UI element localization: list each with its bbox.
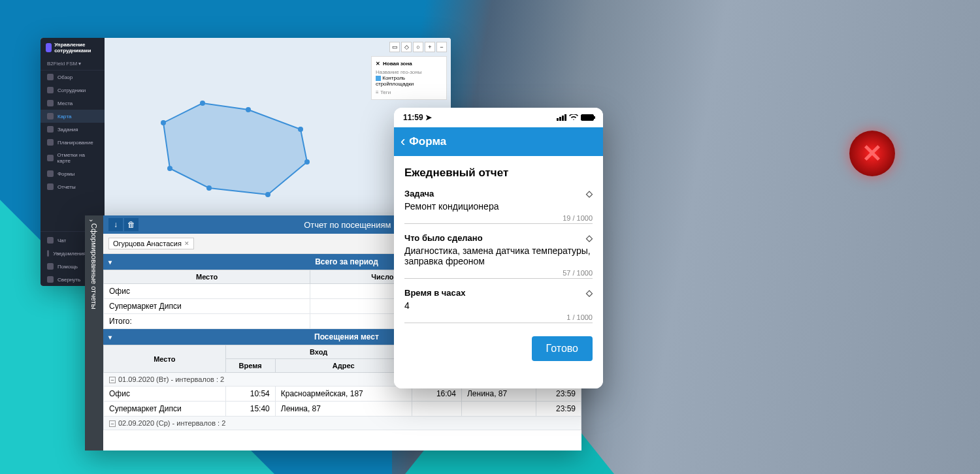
map-tool-btn[interactable]: + [425, 42, 435, 52]
reports-side-tab[interactable]: › Сформированные отчеты [85, 215, 103, 450]
org-name: B2Field FSM [47, 61, 77, 67]
char-counter: 57 / 1000 [404, 269, 593, 277]
status-bar: 11:59 ➤ [394, 108, 603, 127]
nav-places[interactable]: Места [41, 97, 105, 110]
phone-mockup: 11:59 ➤ ‹ Форма Ежедневный отчет Задача◇… [394, 108, 603, 388]
status-time: 11:59 ➤ [403, 113, 432, 122]
trash-icon: 🗑 [127, 220, 135, 229]
group-label: 02.09.2020 (Ср) - интервалов : 2 [118, 419, 225, 427]
nav-label: Помощь [57, 264, 78, 270]
zone-title-row: ✕Новая зона [376, 61, 442, 67]
field-value: 4 [404, 300, 593, 311]
col-time-in: Время [225, 359, 275, 373]
erase-icon[interactable]: ◇ [586, 288, 593, 298]
svg-marker-0 [163, 103, 307, 195]
map-controls: ▭ ◇ ○ + − [389, 42, 447, 52]
battery-icon [581, 114, 594, 121]
report-icon [47, 183, 54, 190]
submit-button[interactable]: Готово [532, 336, 593, 361]
erase-icon[interactable]: ◇ [586, 189, 593, 198]
char-counter: 19 / 1000 [404, 214, 593, 222]
nav-forms[interactable]: Формы [41, 167, 105, 180]
zone-tags-label[interactable]: ≡ Теги [376, 89, 442, 95]
close-icon[interactable]: ✕ [184, 240, 189, 247]
nav-label: Места [57, 101, 73, 106]
nav-label: Планирование [57, 140, 93, 146]
chevron-right-icon: › [88, 219, 95, 221]
chip-label: Огурцова Анастасия [113, 240, 182, 247]
zone-title: Новая зона [383, 61, 412, 67]
form-title: Ежедневный отчет [404, 166, 593, 180]
nav-overview[interactable]: Обзор [41, 71, 105, 84]
char-counter: 1 / 1000 [404, 313, 593, 321]
col-entry: Вход [225, 345, 412, 359]
form-field-task[interactable]: Задача◇ Ремонт кондиционера 19 / 1000 [404, 189, 593, 224]
download-button[interactable]: ↓ [108, 218, 123, 231]
collapse-icon [47, 276, 54, 283]
signal-icon [557, 114, 566, 121]
form-field-hours[interactable]: Время в часах◇ 4 1 / 1000 [404, 288, 593, 323]
map-icon [47, 113, 54, 119]
nav-label: Чат [57, 238, 66, 244]
date-group-row[interactable]: −02.09.2020 (Ср) - интервалов : 2 [104, 417, 581, 430]
collapse-icon[interactable]: − [109, 377, 116, 383]
bell-icon [47, 250, 49, 257]
svg-point-3 [246, 107, 251, 112]
download-icon: ↓ [114, 220, 118, 229]
chevron-down-icon: ▾ [108, 259, 112, 266]
back-button[interactable]: ‹ [400, 133, 405, 150]
chevron-down-icon: ▾ [108, 334, 112, 341]
form-card: Ежедневный отчет Задача◇ Ремонт кондицио… [394, 156, 603, 388]
field-value: Ремонт кондиционера [404, 201, 593, 212]
field-label: Что было сделано [404, 233, 483, 243]
nav-planning[interactable]: Планирование [41, 136, 105, 149]
nav-employees[interactable]: Сотрудники [41, 84, 105, 97]
erase-icon[interactable]: ◇ [586, 233, 593, 243]
status-icons [557, 114, 594, 121]
marker-icon [47, 155, 54, 161]
nav-reports[interactable]: Отчеты [41, 180, 105, 193]
nav-label: Обзор [57, 74, 73, 80]
nav-label: Сотрудники [57, 87, 86, 93]
zone-panel: ✕Новая зона Название гео-зоны Контроль с… [371, 56, 447, 100]
calendar-icon [47, 139, 54, 146]
side-tab-label: Сформированные отчеты [90, 223, 98, 309]
nav-tasks[interactable]: Задания [41, 123, 105, 136]
form-icon [47, 170, 54, 177]
map-tool-btn[interactable]: − [436, 42, 447, 52]
field-label: Время в часах [404, 288, 465, 298]
map-tool-btn[interactable]: ▭ [389, 42, 400, 52]
svg-point-6 [265, 192, 270, 197]
field-value: Диагностика, замена датчика температуры,… [404, 245, 593, 266]
map-tool-btn[interactable]: ○ [413, 42, 423, 52]
nav-label: Карта [57, 114, 71, 119]
app-logo-icon [46, 43, 52, 52]
nav-label: Отчеты [57, 184, 76, 190]
geofence-polygon[interactable] [150, 97, 320, 201]
collapse-icon[interactable]: − [109, 420, 116, 427]
employee-chip[interactable]: Огурцова Анастасия ✕ [108, 238, 194, 249]
nav-map[interactable]: Карта [41, 110, 105, 123]
org-selector[interactable]: B2Field FSM ▾ [41, 57, 105, 71]
col-addr: Адрес [275, 359, 412, 373]
zone-color-icon [376, 76, 381, 81]
nav-checkins[interactable]: Отметки на карте [41, 149, 105, 167]
location-icon: ➤ [425, 113, 432, 122]
nav-label: Свернуть [57, 277, 80, 283]
map-tool-btn[interactable]: ◇ [401, 42, 412, 52]
close-icon[interactable]: ✕ [376, 61, 380, 67]
svg-point-7 [206, 185, 212, 191]
svg-point-5 [304, 159, 310, 165]
nav-label: Задания [57, 127, 78, 133]
zone-name-input[interactable]: Контроль стройплощадки [376, 75, 442, 87]
phone-header-title: Форма [409, 135, 446, 148]
delete-button[interactable]: 🗑 [124, 218, 139, 231]
zone-field-label: Название гео-зоны [376, 69, 442, 75]
col-place: Место [104, 345, 226, 373]
users-icon [47, 87, 54, 93]
nav-label: Формы [57, 171, 74, 177]
table-row: Супермаркет Дипси 15:40 Ленина, 87 23:59 [104, 402, 581, 417]
col-place: Место [104, 270, 310, 284]
pin-icon [47, 100, 54, 106]
form-field-done[interactable]: Что было сделано◇ Диагностика, замена да… [404, 233, 593, 279]
